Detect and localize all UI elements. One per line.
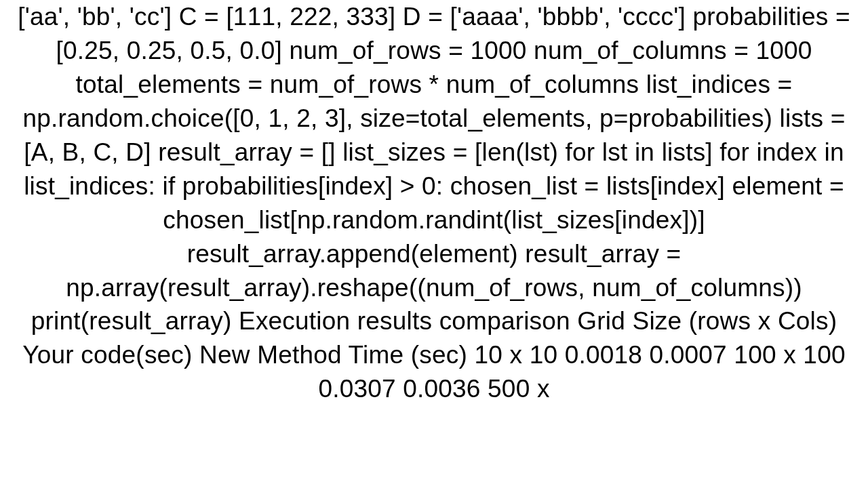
document-text: ['aa', 'bb', 'cc'] C = [111, 222, 333] D…: [0, 0, 868, 406]
